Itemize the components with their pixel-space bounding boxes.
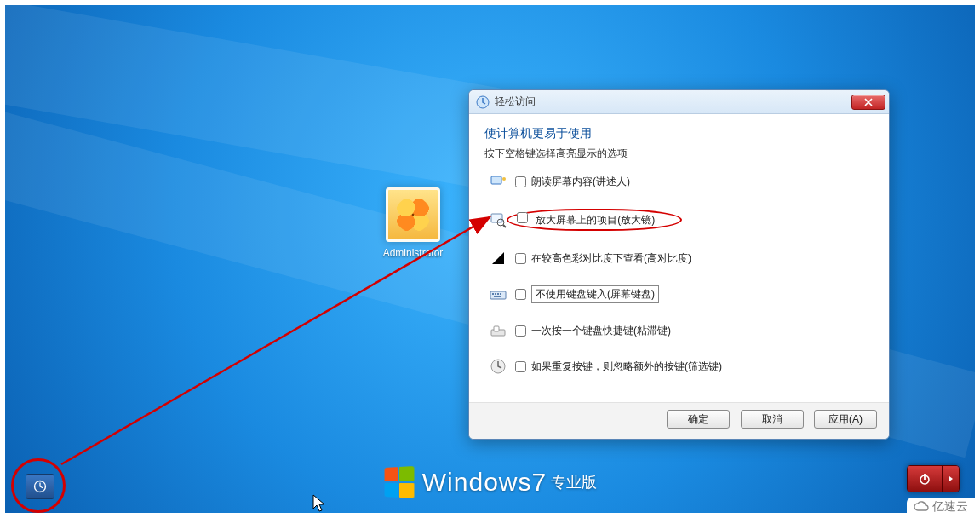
- close-icon: [864, 98, 873, 106]
- cancel-button[interactable]: 取消: [741, 410, 804, 429]
- option-label: 在较高色彩对比度下查看(高对比度): [531, 251, 691, 266]
- dialog-title: 轻松访问: [495, 95, 536, 109]
- option-on-screen-keyboard[interactable]: 不使用键盘键入(屏幕键盘): [490, 285, 874, 303]
- option-label: 放大屏幕上的项目(放大镜): [536, 214, 655, 226]
- mouse-cursor-icon: [312, 494, 326, 513]
- svg-rect-7: [490, 291, 506, 299]
- option-label: 如果重复按键，则忽略额外的按键(筛选键): [531, 360, 722, 374]
- ok-button[interactable]: 确定: [667, 410, 730, 429]
- login-desktop: Administrator 轻松访问 使计算机更易于使用 按下空格键选择高亮显示…: [0, 0, 980, 518]
- svg-rect-1: [491, 176, 501, 184]
- checkbox-osk[interactable]: [515, 289, 526, 300]
- dialog-titlebar[interactable]: 轻松访问: [469, 90, 889, 114]
- checkbox-magnifier[interactable]: [517, 212, 528, 223]
- watermark: 亿速云: [907, 498, 975, 516]
- svg-point-2: [502, 177, 506, 181]
- option-sticky-keys[interactable]: 一次按一个键盘快捷键(粘滞键): [490, 322, 874, 339]
- keyboard-icon: [490, 286, 507, 303]
- cloud-icon: [914, 501, 929, 513]
- option-label: 一次按一个键盘快捷键(粘滞键): [531, 324, 671, 338]
- checkbox-sticky[interactable]: [515, 325, 526, 337]
- sticky-keys-icon: [490, 322, 507, 339]
- ease-of-access-dialog: 轻松访问 使计算机更易于使用 按下空格键选择高亮显示的选项 朗读屏幕内容(讲述人…: [468, 89, 890, 440]
- filter-keys-icon: [490, 358, 507, 375]
- option-magnifier[interactable]: 放大屏幕上的项目(放大镜): [490, 209, 874, 231]
- apply-button[interactable]: 应用(A): [814, 410, 877, 429]
- avatar: [386, 187, 440, 242]
- brand-edition: 专业版: [551, 472, 597, 492]
- ease-of-access-icon: [476, 95, 490, 109]
- svg-rect-12: [494, 296, 501, 297]
- option-label: 朗读屏幕内容(讲述人): [531, 175, 630, 189]
- option-filter-keys[interactable]: 如果重复按键，则忽略额外的按键(筛选键): [490, 358, 874, 375]
- checkbox-high-contrast[interactable]: [515, 253, 526, 264]
- close-button[interactable]: [851, 95, 885, 110]
- svg-rect-14: [494, 326, 499, 331]
- checkbox-filter[interactable]: [515, 361, 526, 372]
- option-label: 不使用键盘键入(屏幕键盘): [531, 285, 659, 303]
- svg-rect-11: [500, 293, 501, 295]
- svg-rect-9: [495, 293, 496, 295]
- avatar-image: [395, 197, 431, 233]
- option-narrator[interactable]: 朗读屏幕内容(讲述人): [490, 173, 874, 190]
- dialog-heading: 使计算机更易于使用: [484, 126, 874, 141]
- high-contrast-icon: [490, 250, 507, 267]
- dialog-subtitle: 按下空格键选择高亮显示的选项: [484, 147, 874, 161]
- checkbox-narrator[interactable]: [515, 176, 526, 187]
- user-name-label: Administrator: [375, 247, 451, 259]
- svg-rect-3: [491, 214, 502, 222]
- watermark-text: 亿速云: [932, 499, 968, 515]
- svg-rect-8: [492, 293, 494, 295]
- narrator-icon: [490, 173, 507, 190]
- svg-rect-10: [497, 293, 499, 295]
- windows-logo-icon: [384, 466, 414, 498]
- user-tile[interactable]: Administrator: [375, 187, 451, 259]
- brand-name: Windows: [422, 468, 532, 497]
- svg-line-5: [503, 225, 506, 227]
- magnifier-icon: [490, 211, 507, 228]
- dialog-content: 使计算机更易于使用 按下空格键选择高亮显示的选项 朗读屏幕内容(讲述人) 放大屏…: [469, 114, 889, 402]
- windows-branding: Windows 7 专业版: [0, 467, 980, 498]
- brand-version: 7: [532, 468, 547, 497]
- option-high-contrast[interactable]: 在较高色彩对比度下查看(高对比度): [490, 250, 874, 267]
- dialog-button-row: 确定 取消 应用(A): [469, 402, 889, 439]
